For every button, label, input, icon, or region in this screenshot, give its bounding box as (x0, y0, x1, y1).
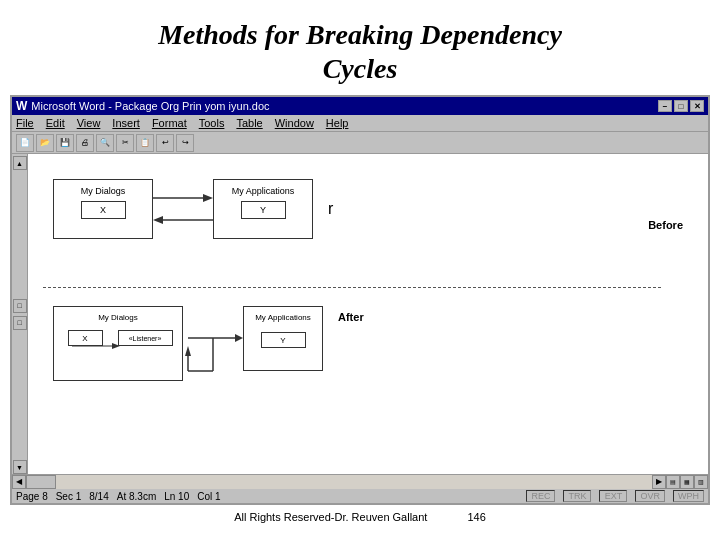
status-sec: Sec 1 (56, 491, 82, 502)
menu-help[interactable]: Help (326, 117, 349, 129)
ruler-mid2[interactable]: □ (13, 316, 27, 330)
menu-tools[interactable]: Tools (199, 117, 225, 129)
toolbar-btn-3[interactable]: 💾 (56, 134, 74, 152)
scroll-right-buttons: ▶ ▤ ▦ ▥ (652, 475, 708, 489)
status-position: 8/14 (89, 491, 108, 502)
svg-marker-5 (112, 343, 120, 349)
toolbar-btn-1[interactable]: 📄 (16, 134, 34, 152)
view-btn-2[interactable]: ▦ (680, 475, 694, 489)
status-page: Page 8 (16, 491, 48, 502)
status-rec[interactable]: REC (526, 490, 555, 502)
word-body: ▲ □ □ ▼ My Dialogs X (12, 154, 708, 474)
menu-edit[interactable]: Edit (46, 117, 65, 129)
before-label: Before (648, 219, 683, 231)
footer-page-number: 146 (467, 511, 485, 523)
before-apps-box: My Applications Y (213, 179, 313, 239)
footer-copyright: All Rights Reserved-Dr. Reuven Gallant (234, 511, 427, 523)
ruler-mid1[interactable]: □ (13, 299, 27, 313)
after-section: My Dialogs X «Listener» (43, 296, 693, 426)
extra-r-label: r (328, 200, 333, 218)
title-bar: W Microsoft Word - Package Org Prin yom … (12, 97, 708, 115)
left-ruler: ▲ □ □ ▼ (12, 154, 28, 474)
after-apps-inner: Y (261, 332, 306, 348)
ruler-down[interactable]: ▼ (13, 460, 27, 474)
toolbar: 📄 📂 💾 🖨 🔍 ✂ 📋 ↩ ↪ (12, 132, 708, 154)
close-button[interactable]: ✕ (690, 100, 704, 112)
inner-arrow (72, 339, 122, 354)
title-bar-left: W Microsoft Word - Package Org Prin yom … (16, 99, 270, 113)
view-btn-3[interactable]: ▥ (694, 475, 708, 489)
status-bar: Page 8 Sec 1 8/14 At 8.3cm Ln 10 Col 1 R… (12, 488, 708, 503)
before-dialogs-inner: X (81, 201, 126, 219)
menu-format[interactable]: Format (152, 117, 187, 129)
svg-marker-11 (235, 334, 243, 342)
status-at: At 8.3cm (117, 491, 156, 502)
before-arrow-back (153, 210, 213, 230)
word-icon: W (16, 99, 27, 113)
toolbar-btn-8[interactable]: ↩ (156, 134, 174, 152)
before-dialogs-box: My Dialogs X (53, 179, 153, 239)
dashed-separator (43, 287, 661, 288)
status-wph[interactable]: WPH (673, 490, 704, 502)
after-dialogs-listener: «Listener» (118, 330, 173, 346)
before-apps-inner: Y (241, 201, 286, 219)
status-ln: Ln 10 (164, 491, 189, 502)
maximize-button[interactable]: □ (674, 100, 688, 112)
scroll-thumb[interactable] (26, 475, 56, 489)
word-document-content: My Dialogs X (28, 154, 708, 474)
after-label: After (338, 311, 364, 323)
toolbar-btn-4[interactable]: 🖨 (76, 134, 94, 152)
before-apps-title: My Applications (218, 184, 308, 198)
status-ext[interactable]: EXT (599, 490, 627, 502)
scroll-right-btn[interactable]: ▶ (652, 475, 666, 489)
view-btn-1[interactable]: ▤ (666, 475, 680, 489)
toolbar-btn-5[interactable]: 🔍 (96, 134, 114, 152)
after-dialogs-title: My Dialogs (58, 311, 178, 324)
slide-footer: All Rights Reserved-Dr. Reuven Gallant 1… (0, 505, 720, 529)
after-apps-box: My Applications Y (243, 306, 323, 371)
scroll-left-btn[interactable]: ◀ (12, 475, 26, 489)
scroll-track[interactable] (26, 475, 652, 489)
svg-marker-10 (185, 346, 191, 356)
before-dialogs-title: My Dialogs (58, 184, 148, 198)
before-arrow (153, 188, 213, 208)
menu-bar: File Edit View Insert Format Tools Table… (12, 115, 708, 132)
toolbar-btn-9[interactable]: ↪ (176, 134, 194, 152)
horizontal-scrollbar[interactable]: ◀ ▶ ▤ ▦ ▥ (12, 474, 708, 488)
after-apps-title: My Applications (248, 311, 318, 324)
menu-insert[interactable]: Insert (112, 117, 140, 129)
toolbar-btn-6[interactable]: ✂ (116, 134, 134, 152)
after-main-arrow (183, 306, 243, 381)
menu-file[interactable]: File (16, 117, 34, 129)
status-col: Col 1 (197, 491, 220, 502)
status-ovr[interactable]: OVR (635, 490, 665, 502)
slide-title: Methods for Breaking Dependency Cycles (0, 0, 720, 95)
minimize-button[interactable]: − (658, 100, 672, 112)
title-buttons[interactable]: − □ ✕ (658, 100, 704, 112)
status-trk[interactable]: TRK (563, 490, 591, 502)
ruler-up[interactable]: ▲ (13, 156, 27, 170)
before-section: My Dialogs X (43, 169, 693, 279)
menu-window[interactable]: Window (275, 117, 314, 129)
svg-marker-3 (153, 216, 163, 224)
after-dialogs-box: My Dialogs X «Listener» (53, 306, 183, 381)
toolbar-btn-2[interactable]: 📂 (36, 134, 54, 152)
word-window: W Microsoft Word - Package Org Prin yom … (10, 95, 710, 505)
menu-table[interactable]: Table (236, 117, 262, 129)
menu-view[interactable]: View (77, 117, 101, 129)
window-title: Microsoft Word - Package Org Prin yom iy… (31, 100, 269, 112)
toolbar-btn-7[interactable]: 📋 (136, 134, 154, 152)
svg-marker-1 (203, 194, 213, 202)
